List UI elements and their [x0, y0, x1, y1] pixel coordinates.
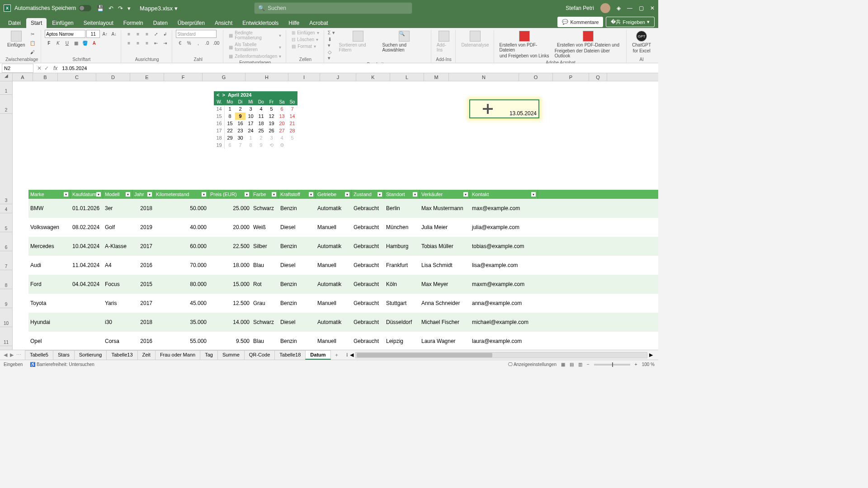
table-cell[interactable]: Audi [28, 262, 71, 268]
row-header-5[interactable]: 5 [0, 213, 12, 232]
table-cell[interactable]: Volkswagen [28, 224, 71, 230]
select-all-corner[interactable]: ◢ [0, 73, 13, 81]
col-header-F[interactable]: F [164, 73, 203, 81]
table-header-kilometerstand[interactable]: Kilometerstand▾ [154, 190, 208, 199]
table-row[interactable]: Audi11.04.2024A4201670.00018.000BlauDies… [28, 256, 658, 275]
table-cell[interactable]: 08.02.2024 [71, 224, 103, 230]
cell-styles-button[interactable]: ▦ Zellenformatvorlagen ▾ [227, 53, 283, 59]
calendar-day[interactable]: 4 [256, 105, 266, 113]
decrease-decimal-icon[interactable]: .00 [212, 39, 220, 47]
table-cell[interactable]: Lisa Schmidt [420, 262, 470, 268]
ribbon-tab-acrobat[interactable]: Acrobat [305, 18, 332, 28]
table-row[interactable]: Ford04.04.2024Focus201580.00015.000RotBe… [28, 275, 658, 294]
table-cell[interactable]: 20.000 [208, 224, 251, 230]
table-cell[interactable]: Golf [103, 224, 132, 230]
table-cell[interactable]: Benzin [278, 243, 316, 249]
calendar-day[interactable]: 6 [277, 105, 287, 113]
calendar-day[interactable]: 19 [266, 120, 277, 127]
table-cell[interactable]: Max Meyer [420, 281, 470, 287]
conditional-formatting-button[interactable]: ▦ Bedingte Formatierung ▾ [227, 30, 283, 41]
filter-dropdown-icon[interactable]: ▾ [345, 192, 349, 197]
indent-increase-icon[interactable]: ⇥ [161, 39, 169, 47]
calendar-day[interactable]: 11 [256, 113, 266, 120]
table-cell[interactable]: Automatik [316, 205, 352, 211]
calendar-day[interactable]: 20 [277, 120, 287, 127]
table-cell[interactable]: Benzin [278, 300, 316, 306]
col-header-L[interactable]: L [390, 73, 424, 81]
table-cell[interactable]: Berlin [384, 205, 420, 211]
calendar-day[interactable]: 27 [277, 127, 287, 134]
table-cell[interactable]: 01.01.2026 [71, 205, 103, 211]
table-cell[interactable]: Gebraucht [352, 319, 384, 325]
calendar-day[interactable]: 21 [287, 120, 297, 127]
row-header-6[interactable]: 6 [0, 232, 12, 251]
table-cell[interactable]: 18.000 [208, 262, 251, 268]
table-cell[interactable]: Max Mustermann [420, 205, 470, 211]
table-header-farbe[interactable]: Farbe▾ [251, 190, 278, 199]
calendar-day[interactable]: 3 [266, 134, 277, 141]
increase-font-icon[interactable]: A↑ [101, 30, 109, 38]
table-cell[interactable]: Benzin [278, 281, 316, 287]
table-row[interactable]: BMW01.01.20263er201850.00025.000SchwarzB… [28, 199, 658, 218]
table-header-modell[interactable]: Modell▾ [103, 190, 132, 199]
wrap-text-icon[interactable]: ↲ [161, 30, 169, 38]
hscroll-right-icon[interactable]: ▶ [647, 352, 655, 358]
row-header-10[interactable]: 10 [0, 308, 12, 327]
calendar-day[interactable]: 29 [225, 134, 235, 141]
sheet-tab-qr-code[interactable]: QR-Code [244, 350, 275, 360]
col-header-C[interactable]: C [58, 73, 96, 81]
formula-input[interactable]: 13.05.2024 [60, 66, 658, 71]
table-cell[interactable]: 04.04.2024 [71, 281, 103, 287]
maximize-button[interactable]: ▢ [639, 5, 644, 11]
calendar-day[interactable]: 15 [225, 120, 235, 127]
table-cell[interactable]: 45.000 [154, 300, 208, 306]
table-cell[interactable]: Gebraucht [352, 262, 384, 268]
ribbon-tab-start[interactable]: Start [26, 18, 47, 28]
calendar-day[interactable]: 8 [225, 113, 235, 120]
table-cell[interactable]: 15.000 [208, 281, 251, 287]
table-cell[interactable]: 60.000 [154, 243, 208, 249]
filter-dropdown-icon[interactable]: ▾ [96, 192, 101, 197]
calendar-day[interactable]: 17 [245, 120, 256, 127]
table-header-kaufdatum[interactable]: Kaufdatum▾ [71, 190, 103, 199]
filter-dropdown-icon[interactable]: ▾ [463, 192, 468, 197]
table-cell[interactable]: Gebraucht [352, 281, 384, 287]
ribbon-tab-überprüfen[interactable]: Überprüfen [173, 18, 209, 28]
table-header-jahr[interactable]: Jahr▾ [132, 190, 154, 199]
sheet-tab-sortierung[interactable]: Sortierung [74, 350, 107, 360]
close-button[interactable]: ✕ [650, 5, 655, 11]
calendar-day[interactable]: 24 [245, 127, 256, 134]
table-cell[interactable]: Laura Wagner [420, 338, 470, 344]
col-header-H[interactable]: H [245, 73, 288, 81]
col-header-N[interactable]: N [449, 73, 519, 81]
clear-icon[interactable]: ◇ ▾ [328, 49, 335, 61]
format-as-table-button[interactable]: ▦ Als Tabelle formatieren ▾ [227, 42, 283, 52]
paste-button[interactable]: Einfügen [5, 30, 27, 48]
table-cell[interactable]: michael@example.com [470, 319, 538, 325]
row-header-12[interactable]: 12 [0, 346, 12, 350]
calendar-day[interactable]: 2 [235, 105, 245, 113]
row-header-9[interactable]: 9 [0, 289, 12, 308]
accept-formula-icon[interactable]: ✓ [44, 65, 49, 71]
underline-button[interactable]: U [63, 39, 71, 47]
autosum-icon[interactable]: Σ ▾ [328, 30, 335, 36]
autosave-toggle[interactable]: Automatisches Speichern [14, 5, 91, 11]
table-cell[interactable]: Benzin [278, 338, 316, 344]
fill-icon[interactable]: ⬇ ▾ [328, 37, 335, 48]
table-header-standort[interactable]: Standort▾ [384, 190, 420, 199]
table-cell[interactable]: Automatik [316, 243, 352, 249]
col-header-G[interactable]: G [203, 73, 245, 81]
sheet-tab-summe[interactable]: Summe [217, 350, 245, 360]
calendar-day[interactable]: 13 [277, 113, 287, 120]
row-header-1[interactable]: 1 [0, 81, 12, 95]
table-cell[interactable]: Rot [251, 281, 278, 287]
col-header-Q[interactable]: Q [589, 73, 607, 81]
table-cell[interactable]: julia@example.com [470, 224, 538, 230]
comma-icon[interactable]: , [194, 39, 202, 47]
calendar-day[interactable]: ⚙ [277, 141, 287, 149]
calendar-day[interactable]: 8 [245, 141, 256, 149]
chatgpt-button[interactable]: GPTChatGPTfor Excel [630, 30, 653, 54]
calendar-day[interactable]: 4 [277, 134, 287, 141]
table-cell[interactable]: Diesel [278, 319, 316, 325]
calendar-day[interactable]: 16 [235, 120, 245, 127]
